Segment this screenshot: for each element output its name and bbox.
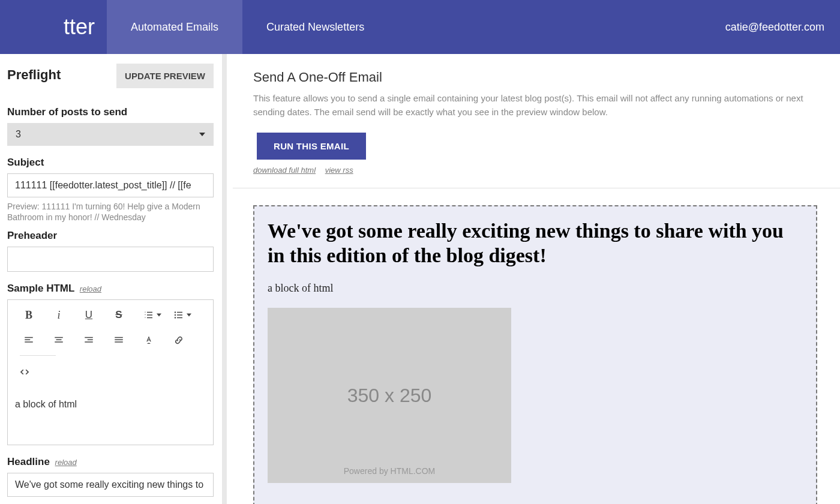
main-panel: Send A One-Off Email This feature allows… (227, 54, 840, 504)
nav-tab-automated-emails[interactable]: Automated Emails (107, 0, 242, 54)
nav-tabs: Automated Emails Curated Newsletters (107, 0, 725, 54)
user-email[interactable]: catie@feedotter.com (725, 21, 840, 34)
svg-point-0 (175, 312, 176, 313)
sample-html-field: Sample HTML reload B i U S (7, 283, 214, 445)
rte-toolbar: B i U S (8, 300, 213, 391)
run-email-button[interactable]: RUN THIS EMAIL (257, 133, 366, 160)
posts-label: Number of posts to send (7, 106, 214, 118)
align-center-button[interactable] (44, 330, 74, 350)
headline-label: Headline reload (7, 456, 214, 468)
preflight-title: Preflight (7, 67, 61, 83)
code-icon (19, 367, 30, 377)
svg-point-2 (175, 317, 176, 319)
code-view-button[interactable] (14, 362, 35, 382)
main-title: Send A One-Off Email (253, 70, 840, 85)
action-links: download full html view rss (253, 166, 840, 175)
sample-html-label: Sample HTML reload (7, 283, 214, 295)
align-justify-button[interactable] (104, 330, 134, 350)
posts-selected-value: 3 (16, 129, 21, 140)
posts-dropdown[interactable]: 3 (7, 123, 214, 146)
link-icon (173, 335, 184, 346)
ordered-list-icon (143, 310, 154, 320)
align-right-button[interactable] (74, 330, 104, 350)
svg-point-1 (175, 314, 176, 316)
bold-button[interactable]: B (14, 305, 44, 325)
logo-text: tter (64, 14, 95, 40)
sidebar: Preflight UPDATE PREVIEW Number of posts… (0, 54, 227, 504)
preview-headline: We've got some really exciting new thing… (268, 218, 803, 268)
preview-placeholder-image: 350 x 250 Powered by HTML.COM (268, 308, 511, 483)
headline-label-text: Headline (7, 456, 50, 467)
placeholder-dimensions: 350 x 250 (347, 385, 432, 407)
preheader-label: Preheader (7, 230, 214, 242)
logo: tter (0, 14, 107, 40)
ordered-list-button[interactable] (134, 305, 164, 325)
align-center-icon (53, 335, 64, 346)
nav-tab-label: Automated Emails (131, 21, 218, 34)
link-button[interactable] (164, 330, 194, 350)
nav-tab-label: Curated Newsletters (266, 21, 364, 34)
subject-field: Subject Preview: 111111 I'm turning 60! … (7, 157, 214, 223)
align-justify-icon (113, 335, 124, 346)
rte-content[interactable]: a block of html (8, 391, 213, 445)
unordered-list-icon (173, 310, 184, 320)
subject-label: Subject (7, 157, 214, 169)
email-preview-frame: We've got some really exciting new thing… (253, 205, 817, 505)
top-nav: tter Automated Emails Curated Newsletter… (0, 0, 840, 54)
font-color-icon (143, 335, 154, 346)
headline-reload-link[interactable]: reload (55, 458, 77, 467)
headline-input[interactable] (7, 473, 214, 497)
rich-text-editor: B i U S (7, 299, 214, 445)
update-preview-button[interactable]: UPDATE PREVIEW (116, 64, 214, 88)
strikethrough-button[interactable]: S (104, 305, 134, 325)
align-left-button[interactable] (14, 330, 44, 350)
posts-field: Number of posts to send 3 (7, 106, 214, 146)
bold-icon: B (25, 309, 32, 322)
headline-field: Headline reload (7, 456, 214, 497)
unordered-list-button[interactable] (164, 305, 194, 325)
caret-down-icon (199, 133, 205, 136)
align-right-icon (83, 335, 94, 346)
italic-icon: i (57, 309, 60, 322)
underline-icon: U (85, 309, 92, 321)
view-rss-link[interactable]: view rss (325, 166, 353, 175)
main-description: This feature allows you to send a single… (253, 91, 817, 119)
sample-html-label-text: Sample HTML (7, 283, 74, 294)
divider (233, 188, 840, 188)
italic-button[interactable]: i (44, 305, 74, 325)
preheader-input[interactable] (7, 247, 214, 272)
nav-tab-curated-newsletters[interactable]: Curated Newsletters (242, 0, 388, 54)
subject-input[interactable] (7, 173, 214, 197)
underline-button[interactable]: U (74, 305, 104, 325)
sidebar-header: Preflight UPDATE PREVIEW (7, 64, 214, 88)
sample-html-reload-link[interactable]: reload (80, 284, 101, 293)
placeholder-attribution: Powered by HTML.COM (344, 466, 435, 476)
subject-preview-hint: Preview: 111111 I'm turning 60! Help giv… (7, 201, 214, 223)
preview-html-block: a block of html (268, 282, 803, 295)
font-color-button[interactable] (134, 330, 164, 350)
preheader-field: Preheader (7, 230, 214, 272)
align-left-icon (23, 335, 34, 346)
strikethrough-icon: S (115, 309, 122, 321)
download-html-link[interactable]: download full html (253, 166, 316, 175)
